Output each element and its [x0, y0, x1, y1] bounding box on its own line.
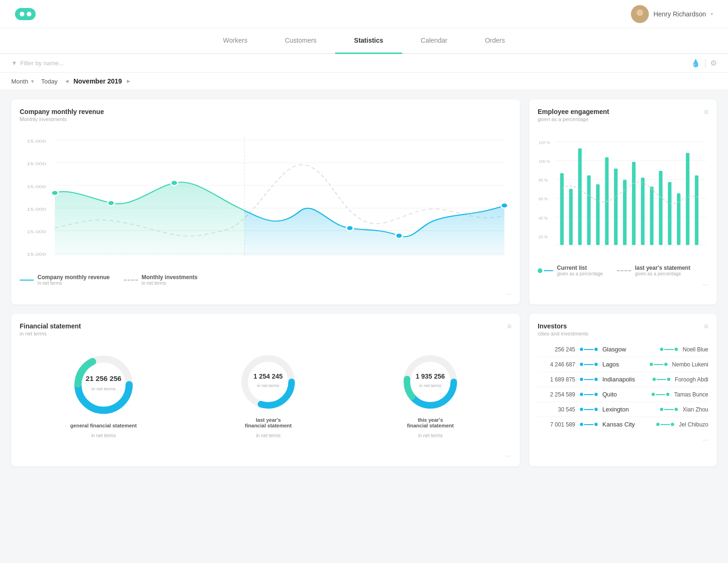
investor-amount-1: 256 245 [538, 346, 575, 353]
engagement-card-header: Employee engagement given as a percentag… [538, 108, 708, 122]
toolbar: ▼ Filter by name... 💧 ⚙ [0, 54, 728, 73]
month-dropdown-icon: ▼ [30, 79, 35, 84]
svg-point-20 [396, 233, 403, 238]
svg-text:15.000: 15.000 [27, 206, 46, 212]
investor-amount-5: 30 545 [538, 406, 575, 413]
donut-sublabel-3: in net terms [418, 433, 443, 438]
nav-workers[interactable]: Workers [204, 28, 266, 54]
revenue-title-block: Company monthly revenue Monthly investme… [20, 108, 104, 122]
legend-text-2: Monthly investments in net terms [142, 274, 197, 286]
dot-blue-2 [580, 363, 583, 366]
investors-card-header: Investors cities and investments ≡ [538, 322, 708, 336]
investor-row-3: 1 689 875 Indianapolis Foroogh Abdi [538, 372, 708, 387]
filter-placeholder[interactable]: Filter by name... [20, 60, 64, 67]
investor-name-6: Jel Chibuzo [679, 421, 708, 428]
investor-name-1: Noell Blue [683, 346, 708, 353]
investor-row-4: 2 254 589 Quito Tamas Bunce [538, 387, 708, 402]
user-info[interactable]: Henry Richardson ▾ [631, 5, 713, 23]
svg-rect-45 [659, 171, 663, 245]
investor-amount-2: 4 246 687 [538, 361, 575, 368]
donut-this-year: 1 935 256 in net terms this year'sfinanc… [400, 351, 461, 438]
svg-rect-42 [632, 162, 636, 245]
investor-name-5: Xian Zhou [683, 406, 708, 413]
svg-text:20 %: 20 % [539, 235, 548, 239]
nav-customers[interactable]: Customers [266, 28, 336, 54]
svg-text:in net terms: in net terms [420, 383, 442, 388]
svg-rect-49 [695, 175, 698, 245]
donut-last-year: 1 254 245 in net terms last year'sfinanc… [238, 351, 299, 438]
engagement-legend-text-1: Current list given as a percentage [557, 265, 603, 276]
investors-title: Investors [538, 322, 588, 330]
svg-rect-43 [641, 177, 645, 245]
engagement-line-blue [544, 270, 553, 271]
svg-text:21 256 256: 21 256 256 [86, 374, 121, 382]
donut-general: 21 256 256 in net terms general financia… [70, 351, 137, 438]
nav-orders[interactable]: Orders [466, 28, 524, 54]
svg-text:60 %: 60 % [539, 197, 548, 201]
today-button[interactable]: Today [41, 78, 58, 85]
nav: Workers Customers Statistics Calendar Or… [0, 28, 728, 54]
legend-line-dashed [124, 280, 138, 281]
engagement-more-menu[interactable]: ... [538, 276, 708, 287]
line-4 [584, 394, 593, 395]
investors-menu[interactable]: ≡ [704, 322, 708, 331]
svg-text:80 %: 80 % [539, 178, 548, 183]
engagement-legend-sublabel-1: given as a percentage [557, 271, 603, 276]
revenue-more-menu[interactable]: ... [20, 286, 511, 296]
legend-item-1: Company monthly revenue in net terms [20, 274, 110, 286]
investor-dots-2 [580, 363, 598, 366]
dot-blue-4 [580, 393, 583, 396]
dot-green-1 [660, 348, 663, 351]
engagement-menu[interactable]: ≡ [704, 108, 708, 116]
user-arrow[interactable]: ▾ [711, 11, 713, 16]
legend-item-2: Monthly investments in net terms [124, 274, 197, 286]
line-1 [584, 349, 593, 350]
svg-rect-48 [686, 153, 690, 245]
revenue-subtitle: Monthly investments [20, 116, 104, 122]
engagement-legend-label-1: Current list [557, 265, 603, 271]
month-selector[interactable]: Month ▼ [11, 78, 35, 85]
revenue-card-header: Company monthly revenue Monthly investme… [20, 108, 511, 122]
nav-calendar[interactable]: Calendar [402, 28, 466, 54]
date-nav: Month ▼ Today ◄ November 2019 ► [0, 73, 728, 90]
engagement-legend: Current list given as a percentage last … [538, 265, 708, 276]
line-green-6 [660, 424, 670, 425]
investors-subtitle: cities and investments [538, 331, 588, 336]
financial-donuts: 21 256 256 in net terms general financia… [20, 342, 511, 448]
investor-row-6: 7 001 589 Kansas City Jel Chibuzo [538, 417, 708, 432]
engagement-legend-item-1: Current list given as a percentage [538, 265, 603, 276]
drop-icon[interactable]: 💧 [691, 59, 700, 68]
engagement-legend-item-2: last year's statement given as a percent… [617, 265, 690, 276]
gear-icon[interactable]: ⚙ [710, 59, 717, 68]
donut-sublabel-1: in net terms [91, 433, 116, 438]
next-arrow[interactable]: ► [126, 78, 131, 84]
investor-row-2: 4 246 687 Lagos Nembo Lukeni [538, 357, 708, 372]
investors-title-block: Investors cities and investments [538, 322, 588, 336]
dot-blue-5 [580, 408, 583, 411]
dot-green-1b [675, 348, 678, 351]
investor-name-4: Tamas Bunce [674, 391, 708, 398]
investor-city-1: Glasgow [602, 346, 655, 353]
logo-icon [15, 8, 36, 20]
donut-sublabel-2: in net terms [256, 433, 280, 438]
user-name: Henry Richardson [653, 10, 706, 18]
financial-more-menu[interactable]: ... [20, 448, 511, 458]
donut-svg-2: 1 254 245 in net terms [238, 351, 299, 412]
revenue-title: Company monthly revenue [20, 108, 104, 115]
revenue-svg: 15.000 15.000 15.000 15.000 15.000 15.00… [20, 128, 511, 268]
svg-rect-35 [569, 189, 573, 245]
line-3 [584, 379, 593, 380]
engagement-chart-area: 120 % 100 % 80 % 60 % 40 % 20 % [538, 128, 708, 259]
investor-name-2: Nembo Lukeni [672, 361, 708, 368]
line-green-1 [664, 349, 674, 350]
financial-menu[interactable]: ≡ [507, 322, 511, 331]
svg-rect-41 [623, 180, 627, 245]
investor-city-2: Lagos [602, 361, 645, 368]
investors-more-menu[interactable]: ... [538, 432, 708, 442]
nav-statistics[interactable]: Statistics [335, 28, 402, 54]
prev-arrow[interactable]: ◄ [64, 78, 70, 84]
svg-text:in net terms: in net terms [257, 383, 280, 388]
investor-dots-1 [580, 348, 598, 351]
engagement-title-block: Employee engagement given as a percentag… [538, 108, 609, 122]
svg-point-21 [501, 203, 508, 208]
